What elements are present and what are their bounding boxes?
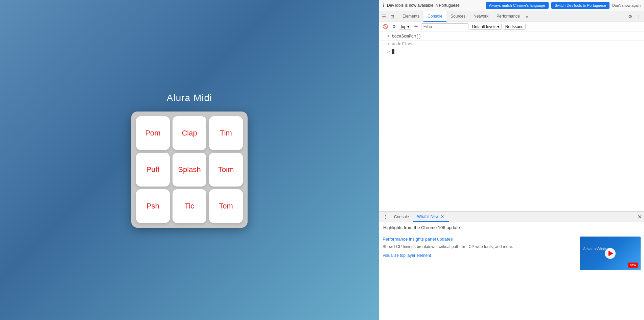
bottom-tab-whats-new[interactable]: What's New ✕ [413, 212, 449, 222]
midi-btn-pom[interactable]: Pom [136, 116, 170, 150]
console-arrow-right: > [387, 33, 390, 40]
console-call-text: tocaSomPom() [392, 33, 421, 40]
tab-icon-group: ☰ ⊡ [381, 13, 396, 20]
video-new-badge: new [628, 263, 638, 268]
infobar-text: DevTools is now available in Portuguese! [387, 3, 483, 8]
tab-sources[interactable]: Sources [446, 11, 469, 22]
console-arrow-left: < [387, 41, 390, 47]
perf-insights-desc: Show LCP timings breakdown, critical pat… [383, 244, 513, 249]
info-icon: ℹ [383, 3, 384, 8]
switch-devtools-button[interactable]: Switch DevTools to Portuguese [551, 2, 610, 9]
devtools-panel: ℹ DevTools is now available in Portugues… [379, 0, 644, 320]
video-windows-text: Ativar o Windows [583, 247, 612, 251]
devtools-infobar: ℹ DevTools is now available in Portugues… [379, 0, 644, 11]
midi-btn-splash[interactable]: Splash [172, 153, 206, 187]
default-levels-arrow: ▾ [497, 24, 499, 29]
whats-new-text: Performance insights panel updates Show … [383, 237, 576, 270]
midi-btn-psh[interactable]: Psh [136, 189, 170, 223]
more-options-icon[interactable]: ⋮ [635, 13, 643, 20]
filter-input[interactable] [421, 23, 468, 30]
bottom-tab-close-button[interactable]: ✕ [440, 214, 445, 219]
devtools-tabs: ☰ ⊡ Elements Console Sources Network Per… [379, 11, 644, 22]
tab-performance[interactable]: Performance [492, 11, 524, 22]
bottom-tab-console-label: Console [394, 215, 409, 219]
console-line-call: > tocaSomPom() [379, 33, 644, 41]
inspect-icon[interactable]: ☰ [381, 13, 388, 20]
console-toolbar: 🚫 ⚙ top ▾ 👁 Default levels ▾ No Issues [379, 22, 644, 31]
top-dropdown-arrow: ▾ [407, 24, 409, 29]
console-cursor [392, 49, 394, 54]
bottom-panel-bar: ⋮ Console What's New ✕ ✕ [379, 211, 644, 222]
console-output: > tocaSomPom() < undefined > [379, 31, 644, 211]
bottom-tab-console[interactable]: Console [390, 212, 413, 222]
top-label: top [401, 24, 407, 29]
midi-grid: PomClapTimPuffSplashToimPshTicTom [136, 116, 243, 223]
clear-console-icon[interactable]: 🚫 [381, 23, 389, 30]
eye-icon[interactable]: 👁 [413, 23, 420, 30]
whats-new-video[interactable]: Ativar o Windows new [580, 237, 641, 270]
default-levels-button[interactable]: Default levels ▾ [470, 24, 502, 30]
app-title: Alura Midi [167, 93, 212, 103]
tabs-overflow-button[interactable]: » [524, 14, 530, 19]
whats-new-panel: Highlights from the Chrome 106 update Pe… [379, 222, 644, 320]
settings-console-icon[interactable]: ⚙ [391, 23, 397, 30]
console-return-text: undefined [392, 41, 414, 47]
bottom-panel-close-button[interactable]: ✕ [638, 214, 642, 220]
app-area: Alura Midi PomClapTimPuffSplashToimPshTi… [0, 0, 379, 320]
tab-console[interactable]: Console [423, 11, 446, 22]
whats-new-header: Highlights from the Chrome 106 update [379, 222, 644, 233]
console-input-arrow: > [387, 49, 390, 55]
midi-btn-puff[interactable]: Puff [136, 153, 170, 187]
midi-btn-tic[interactable]: Tic [172, 189, 206, 223]
tab-network[interactable]: Network [469, 11, 492, 22]
midi-grid-container: PomClapTimPuffSplashToimPshTicTom [131, 112, 248, 228]
whats-new-content: Performance insights panel updates Show … [379, 233, 644, 274]
console-line-input[interactable]: > [379, 48, 644, 56]
bottom-panel-menu-icon[interactable]: ⋮ [381, 214, 390, 220]
bottom-tab-whats-new-label: What's New [417, 214, 439, 219]
match-language-button[interactable]: Always match Chrome's language [486, 2, 549, 9]
tabs-settings: ⚙ ⋮ [627, 13, 643, 20]
default-levels-label: Default levels [472, 24, 497, 29]
console-line-return: < undefined [379, 41, 644, 48]
dont-show-button[interactable]: Don't show again [612, 3, 641, 7]
device-toggle-icon[interactable]: ⊡ [389, 13, 396, 20]
midi-btn-clap[interactable]: Clap [172, 116, 206, 150]
tab-elements[interactable]: Elements [398, 11, 423, 22]
midi-btn-toim[interactable]: Toim [209, 153, 243, 187]
play-triangle-icon [608, 251, 613, 256]
settings-icon[interactable]: ⚙ [627, 13, 634, 20]
no-issues-label: No Issues [505, 24, 523, 29]
midi-btn-tim[interactable]: Tim [209, 116, 243, 150]
no-issues-button[interactable]: No Issues [503, 24, 526, 30]
perf-insights-link[interactable]: Performance insights panel updates [383, 237, 576, 242]
midi-btn-tom[interactable]: Tom [209, 189, 243, 223]
top-dropdown[interactable]: top ▾ [399, 24, 411, 30]
visualize-top-layer-link[interactable]: Visualize top layer element [383, 253, 576, 258]
